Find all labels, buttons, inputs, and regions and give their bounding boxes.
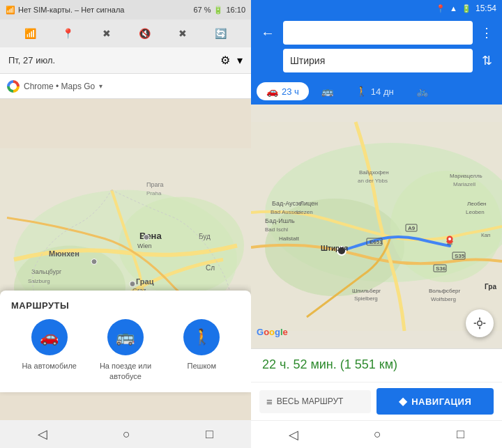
more-options-btn[interactable]: ⋮ — [477, 25, 496, 40]
chrome-label: Chrome • Maps Go — [24, 82, 95, 91]
tab-bike[interactable]: 🚲 — [406, 82, 438, 100]
svg-text:Шпильберг: Шпильберг — [352, 288, 381, 294]
svg-text:Лицен: Лицен — [300, 200, 318, 207]
svg-text:Сл: Сл — [206, 264, 215, 272]
walk-route-icon: 🚶 — [183, 319, 220, 355]
nfc-icon[interactable]: ✖ — [175, 26, 190, 41]
svg-text:Грац: Грац — [136, 277, 154, 286]
chrome-bar[interactable]: Chrome • Maps Go ▾ — [0, 74, 251, 99]
svg-text:Зальцбург: Зальцбург — [31, 268, 62, 275]
right-panel: 📍 ▲ 🔋 15:54 ← ⋮ Штирия ⇅ 🚗 23 ч 🚌 — [251, 0, 502, 448]
svg-text:Штирия: Штирия — [321, 245, 348, 252]
routes-title: МАРШРУТЫ — [11, 300, 240, 311]
walk-tab-label: 14 дн — [371, 86, 394, 97]
list-icon: ≡ — [266, 396, 273, 408]
svg-text:Вена: Вена — [139, 231, 162, 241]
recent-btn-right[interactable]: □ — [457, 427, 464, 442]
svg-point-24 — [144, 235, 149, 240]
transit-route-label: На поезде или автобусе — [98, 361, 153, 381]
home-btn-right[interactable]: ○ — [374, 427, 381, 442]
wifi-toggle-icon[interactable]: 📶 — [22, 26, 38, 41]
svg-text:an der Ybbs: an der Ybbs — [358, 178, 388, 184]
back-btn-right[interactable]: ◁ — [289, 427, 298, 442]
status-bar-left: 📶 Нет SIM-карты. – Нет сигнала 67 % 🔋 16… — [0, 0, 251, 20]
svg-point-62 — [478, 321, 482, 326]
left-panel: 📶 Нет SIM-карты. – Нет сигнала 67 % 🔋 16… — [0, 0, 251, 448]
recent-btn-left[interactable]: □ — [206, 427, 213, 442]
battery-time: 67 % 🔋 16:10 — [193, 6, 245, 15]
car-route-label: На автомобиле — [22, 361, 77, 371]
car-tab-label: 23 ч — [282, 86, 299, 97]
route-walk[interactable]: 🚶 Пешком — [174, 319, 229, 371]
route-bottom-actions: ≡ ВЕСЬ МАРШРУТ ◆ НАВИГАЦИЯ — [251, 382, 502, 420]
route-time: 22 ч. 52 мин. (1 551 км) — [262, 357, 491, 372]
transit-tab-icon: 🚌 — [321, 86, 333, 97]
svg-text:Mariazell: Mariazell — [453, 181, 476, 187]
svg-text:Hallstatt: Hallstatt — [279, 235, 300, 242]
svg-point-33 — [448, 238, 451, 240]
bike-tab-icon: 🚲 — [416, 86, 428, 97]
back-search-btn[interactable]: ← — [257, 25, 279, 41]
map-right[interactable]: A9 S35 S36 E651 Бад-Ишль Bad Ischl Бад-А… — [251, 105, 502, 348]
clock-left: 16:10 — [226, 6, 245, 14]
routes-panel: МАРШРУТЫ 🚗 На автомобиле 🚌 На поезде или… — [0, 291, 251, 392]
date-icons: ⚙ ▾ — [220, 54, 243, 67]
wifi-icon: 📶 — [6, 6, 15, 15]
svg-text:Wolfsberg: Wolfsberg — [431, 296, 456, 302]
walk-route-label: Пешком — [188, 361, 216, 371]
nav-bar-left: ◁ ○ □ — [0, 420, 251, 448]
location-crosshair-btn[interactable] — [466, 309, 494, 337]
location-icon-right: 📍 — [436, 4, 446, 13]
location-toggle-icon[interactable]: 📍 — [61, 26, 76, 41]
navigate-icon: ◆ — [399, 395, 408, 408]
battery-icon-right: 🔋 — [462, 4, 471, 13]
svg-text:Wien: Wien — [137, 242, 152, 249]
battery-icon: 🔋 — [213, 6, 223, 15]
tab-car[interactable]: 🚗 23 ч — [257, 82, 309, 100]
search-header: ← ⋮ Штирия ⇅ — [251, 17, 502, 79]
destination-row: Штирия ⇅ — [257, 49, 496, 72]
map-left[interactable]: Мюнхен Зальцбург Salzburg Вена Wien Авст… — [0, 99, 251, 420]
svg-text:Liezen: Liezen — [296, 209, 313, 215]
svg-text:S36: S36 — [436, 265, 446, 272]
full-route-btn[interactable]: ≡ ВЕСЬ МАРШРУТ — [259, 390, 371, 413]
silent-icon[interactable]: 🔇 — [137, 26, 152, 41]
tab-transit[interactable]: 🚌 — [312, 82, 343, 100]
route-car[interactable]: 🚗 На автомобиле — [22, 319, 77, 371]
route-transit[interactable]: 🚌 На поезде или автобусе — [98, 319, 153, 381]
time-right: 15:54 — [476, 3, 496, 13]
walk-tab-icon: 🚶 — [356, 86, 367, 97]
svg-text:Прага: Прага — [146, 181, 164, 188]
svg-text:A9: A9 — [408, 225, 416, 231]
origin-search-box[interactable] — [283, 21, 473, 45]
tab-walk[interactable]: 🚶 14 дн — [346, 82, 404, 100]
rotate-icon[interactable]: 🔄 — [213, 26, 229, 41]
svg-text:Бад-Аусзе: Бад-Аусзе — [272, 200, 302, 207]
date-text: Пт, 27 июл. — [8, 55, 55, 65]
swap-btn[interactable]: ⇅ — [477, 53, 496, 68]
svg-text:Леобен: Леобен — [467, 201, 487, 207]
svg-text:Praha: Praha — [146, 190, 162, 196]
svg-text:Вольфсберг: Вольфсберг — [429, 288, 460, 294]
chrome-chevron-icon[interactable]: ▾ — [99, 82, 102, 90]
destination-search-box[interactable]: Штирия — [283, 49, 473, 72]
full-route-label: ВЕСЬ МАРШРУТ — [277, 396, 344, 406]
home-btn-left[interactable]: ○ — [123, 427, 130, 442]
navigate-label: НАВИГАЦИЯ — [411, 396, 471, 407]
svg-text:Мюнхен: Мюнхен — [49, 249, 79, 258]
svg-text:Spielberg: Spielberg — [354, 295, 378, 302]
chrome-logo-icon — [7, 80, 20, 93]
routes-options: 🚗 На автомобиле 🚌 На поезде или автобусе… — [11, 319, 240, 381]
navigate-btn[interactable]: ◆ НАВИГАЦИЯ — [376, 388, 494, 415]
battery-text: 67 % — [193, 6, 211, 14]
signal-info: 📶 Нет SIM-карты. – Нет сигнала — [6, 6, 124, 15]
svg-text:S35: S35 — [455, 253, 465, 259]
back-btn-left[interactable]: ◁ — [38, 426, 47, 442]
svg-point-22 — [130, 281, 135, 287]
car-route-icon: 🚗 — [31, 319, 68, 355]
svg-text:Буд: Буд — [199, 233, 211, 240]
bluetooth-icon[interactable]: ✖ — [99, 26, 114, 41]
route-info-bar: 22 ч. 52 мин. (1 551 км) — [251, 348, 502, 382]
expand-icon[interactable]: ▾ — [237, 54, 243, 67]
settings-icon[interactable]: ⚙ — [220, 54, 230, 67]
